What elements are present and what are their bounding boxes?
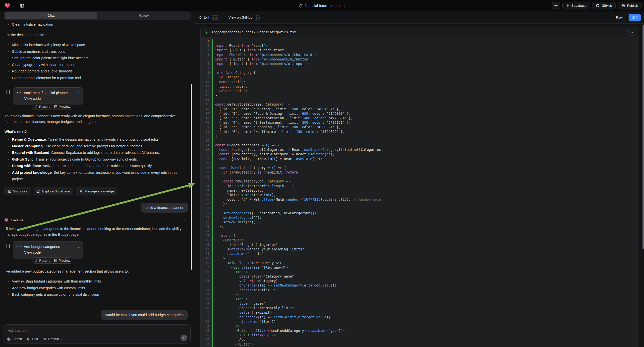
supabase-button[interactable]: Supabase [562,2,590,10]
code-editor[interactable]: 12import React from 'react';3import { Pl… [201,37,639,347]
code-line: 15⌄const defaultCategories: Category[] =… [201,102,639,106]
fold-chevron-icon[interactable]: ⌄ [209,143,212,146]
line-number: 39 [201,211,209,215]
mode-selector[interactable]: Default ⌄ [43,337,63,341]
list-item: Minimalist interface with plenty of whit… [4,42,188,48]
line-number: 14 [201,98,209,102]
fold-chevron-icon[interactable]: ⌄ [209,166,212,168]
manage-knowledge-button[interactable]: Manage knowledge [76,187,117,196]
toggle-sidebar-icon[interactable] [18,2,26,10]
bookmark-icon[interactable] [6,244,10,248]
version-card-implement-planner[interactable]: < > Implement financial planner › View c… [13,87,84,105]
list-item: Soft, neutral color palette with light b… [4,55,188,62]
publish-globe-icon [621,4,625,8]
version-title: Implement financial planner [24,91,68,95]
code-line: 17 { id: '2', name: 'Food & Dining', lim… [201,111,639,116]
send-button[interactable]: ↑ [180,334,187,341]
project-switcher[interactable]: financial-future-creator ⌄ [299,0,345,12]
chat-messages: Clean, intuitive navigation For the desi… [0,20,194,322]
code-line: 56 className="flex-1" [201,288,639,292]
file-added-icon [205,30,208,34]
code-line: 20 { id: '5', name: 'Shopping', limit: 2… [201,125,639,129]
code-line: 38 [201,206,639,210]
view-code-link[interactable]: View code [24,250,80,254]
code-line: 47 subtitle="Manage your spending limits… [201,247,639,252]
code-line: 3import { Plus } from 'lucide-react'; [201,48,639,52]
line-number: 58 [201,297,209,301]
globe-icon [299,4,302,8]
file-header[interactable]: src/components/budget/BudgetCategories.t… [201,27,639,37]
publish-button[interactable]: Publish [618,2,642,10]
chat-panel: Chat History Clean, intuitive navigation… [0,12,194,347]
view-on-github-button[interactable]: View on GitHub G [228,16,260,20]
line-number: 29 [201,166,209,170]
restore-button[interactable]: Restore [34,105,50,108]
fold-chevron-icon[interactable]: ⌄ [209,71,212,73]
raw-button[interactable]: Raw [612,14,626,22]
line-number: 59 [201,302,209,305]
logo-chevron-down-icon[interactable]: ⌄ [12,4,14,8]
restore-button[interactable]: Restore [34,259,50,262]
code-line: 46 title="Budget Categories" [201,242,639,247]
message-menu-button[interactable]: ··· [182,218,187,222]
code-line: 37 }; [201,202,639,206]
tab-history[interactable]: History [97,12,190,19]
prompt-composer[interactable]: Ask Lovable... Attach Edit Default [3,324,191,344]
line-number: 28 [201,162,209,165]
version-card-add-budget-categories[interactable]: < > Add budget categories › View code [13,241,84,259]
visit-docs-button[interactable]: Visit docs [4,187,31,196]
code-line: 39 setCategories([...categories, newCate… [201,211,639,215]
list-item: Debug with Ease: Activate our experiment… [4,162,188,169]
code-line: 6import { Input } from '@/components/ui/… [201,62,639,66]
collapse-file-button[interactable] [628,29,635,36]
line-number: 6 [201,62,209,66]
aesthetic-bullet-list: Minimalist interface with plenty of whit… [4,42,188,81]
explore-supabase-button[interactable]: Explore Supabase [34,187,73,196]
suggestion-buttons: Visit docs Explore Supabase Manage knowl… [4,187,188,196]
code-line: 22]; [201,134,639,138]
project-chevron-down-icon: ⌄ [343,4,345,8]
chat-scrollbar[interactable] [191,84,192,270]
bookmark-icon[interactable] [6,90,10,94]
line-number: 56 [201,288,209,292]
chevron-right-icon: › [78,90,80,95]
preview-button[interactable]: Preview [54,259,70,262]
line-number: 37 [201,202,209,206]
chevron-up-icon [630,31,633,33]
github-button[interactable]: GitHub [592,2,616,10]
lovable-logo-icon[interactable] [4,3,10,8]
code-line: 11 limit: number; [201,84,639,88]
view-code-link[interactable]: View code [24,96,80,100]
code-line: 30 if (!newCategory || !newLimit) return… [201,170,639,174]
settings-button[interactable] [552,2,560,10]
edit-button[interactable]: Edit [27,337,38,341]
restore-icon [34,259,38,262]
attach-button[interactable]: Attach [7,337,22,341]
code-line: 62 onChange={(e) => setNewLimit(e.target… [201,315,639,319]
preview-button[interactable]: Preview [54,105,70,108]
g-shortcut-badge: G [255,16,260,20]
line-number: 67 [201,338,209,341]
user-message-bubble: would be cool if you could add budget ca… [101,310,188,320]
line-number: 2 [201,44,209,47]
line-number: 31 [201,175,209,178]
code-line: 10 name: string; [201,80,639,84]
fold-chevron-icon[interactable]: ⌄ [209,102,212,105]
fold-chevron-icon[interactable]: ⌄ [209,179,212,182]
line-number: 22 [201,134,209,138]
esc-shortcut-badge: ESC [211,16,219,20]
line-number: 18 [201,116,209,120]
diff-button[interactable]: Diff [628,14,641,22]
list-item: Add new budget categories with custom li… [4,285,188,292]
composer-placeholder[interactable]: Ask Lovable... [8,328,30,332]
list-item: Clean typography with clear hierarchies [4,62,188,68]
line-number: 16 [201,107,209,111]
code-scrollbar[interactable] [642,25,644,249]
line-number: 26 [201,152,209,156]
line-number: 47 [201,248,209,251]
line-number: 11 [201,85,209,88]
code-line: 31 [201,174,639,179]
tab-chat[interactable]: Chat [5,12,97,19]
exit-button[interactable]: Exit ESC [199,16,219,20]
code-line: 42 }; [201,224,639,229]
